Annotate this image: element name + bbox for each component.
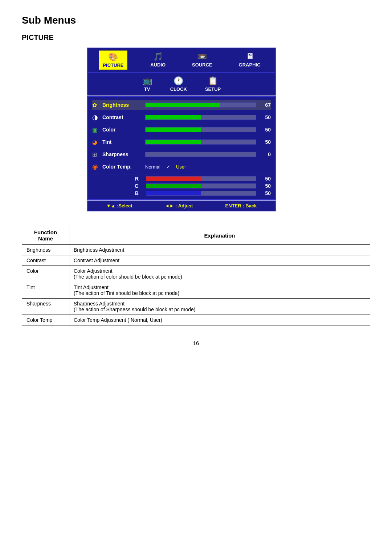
contrast-label: Contrast [102, 114, 142, 120]
tab-audio[interactable]: 🎵 AUDIO [147, 50, 169, 70]
select-hint: ▼▲ :Select [106, 203, 132, 208]
source-icon: 📼 [197, 52, 207, 61]
osd-menu: 🎨 PICTURE 🎵 AUDIO 📼 SOURCE 🖥 GRAPHIC 📺 T… [87, 48, 276, 211]
colortemp-icon [92, 163, 102, 171]
brightness-icon [92, 102, 102, 109]
explanation-cell: Color Temp Adjustment ( Normal, User) [69, 315, 370, 325]
colortemp-options-area: Normal ✓ User [142, 164, 271, 170]
colortemp-options: Normal ✓ User [145, 164, 186, 170]
setting-colortemp: Color Temp. Normal ✓ User [92, 162, 271, 172]
graphic-icon: 🖥 [246, 52, 254, 61]
setting-g: G 50 [92, 183, 271, 189]
section-title: PICTURE [22, 33, 370, 42]
tab-picture-label: PICTURE [103, 62, 123, 68]
b-bar-bg [146, 191, 256, 196]
page-title: Sub Menus [22, 15, 370, 26]
tab-graphic-label: GRAPHIC [239, 62, 261, 68]
g-value: 50 [259, 183, 271, 189]
brightness-bar-bg [145, 102, 256, 108]
g-bar-area [143, 183, 259, 189]
setting-tint: Tint 50 [92, 137, 271, 147]
table-row: TintTint Adjustment(The action of Tint s… [22, 282, 370, 299]
function-name-cell: Color [22, 266, 69, 282]
tv-icon: 📺 [142, 76, 152, 86]
tab-graphic[interactable]: 🖥 GRAPHIC [235, 50, 264, 70]
r-value: 50 [259, 176, 271, 182]
explanation-cell: Tint Adjustment(The action of Tint shoul… [69, 282, 370, 299]
setting-contrast: Contrast 50 [92, 112, 271, 122]
contrast-bar-bg [145, 115, 256, 120]
tab-clock[interactable]: 🕐 CLOCK [167, 75, 191, 93]
back-hint: ENTER : Back [225, 203, 257, 208]
table-row: ContrastContrast Adjustment [22, 255, 370, 266]
setting-color: Color 50 [92, 125, 271, 135]
brightness-value: 67 [259, 102, 271, 108]
function-table: Function Name Explanation BrightnessBrig… [22, 226, 370, 325]
clock-icon: 🕐 [173, 76, 183, 86]
menu-tabs-row1: 🎨 PICTURE 🎵 AUDIO 📼 SOURCE 🖥 GRAPHIC [87, 48, 276, 73]
function-name-cell: Contrast [22, 255, 69, 266]
tint-label: Tint [102, 139, 142, 145]
colortemp-checkmark: ✓ [166, 164, 170, 170]
colortemp-normal[interactable]: Normal [145, 164, 160, 170]
r-bar-fill [146, 177, 201, 181]
picture-icon: 🎨 [108, 52, 118, 62]
tab-source[interactable]: 📼 SOURCE [188, 50, 216, 70]
function-name-cell: Brightness [22, 245, 69, 255]
colortemp-label: Color Temp. [102, 164, 142, 170]
tab-tv[interactable]: 📺 TV [139, 75, 156, 93]
explanation-cell: Sharpness Adjustment(The action of Sharp… [69, 299, 370, 315]
color-bar-area [142, 127, 259, 132]
explanation-cell: Brightness Adjustment [69, 245, 370, 255]
table-row: SharpnessSharpness Adjustment(The action… [22, 299, 370, 315]
color-bar-bg [145, 127, 256, 132]
color-value: 50 [259, 127, 271, 133]
page-number: 16 [22, 340, 370, 346]
colortemp-user[interactable]: User [176, 164, 186, 170]
g-label: G [92, 183, 143, 189]
r-bar-area [143, 176, 259, 181]
explanation-cell: Contrast Adjustment [69, 255, 370, 266]
contrast-value: 50 [259, 114, 271, 120]
contrast-icon [92, 113, 102, 121]
setting-brightness: Brightness 67 [92, 100, 271, 110]
setting-r: R 50 [92, 176, 271, 182]
sharpness-label: Sharpness [102, 151, 142, 157]
g-bar-fill [146, 184, 201, 188]
setup-icon: 📋 [208, 76, 218, 86]
contrast-bar-area [142, 115, 259, 120]
setting-b: B 50 [92, 190, 271, 196]
brightness-bar-area [142, 102, 259, 108]
b-bar-fill [146, 191, 201, 195]
function-name-cell: Sharpness [22, 299, 69, 315]
sharpness-icon [92, 151, 102, 158]
bottom-bar: ▼▲ :Select ◄► : Adjust ENTER : Back [87, 200, 276, 211]
sharpness-bar-bg [145, 152, 256, 157]
tint-bar-fill [146, 140, 201, 144]
setting-sharpness: Sharpness 0 [92, 149, 271, 159]
r-bar-bg [146, 176, 256, 181]
contrast-bar-fill [146, 115, 201, 119]
b-label: B [92, 190, 143, 196]
table-row: BrightnessBrightness Adjustment [22, 245, 370, 255]
brightness-bar-fill [146, 103, 220, 107]
col1-header: Function Name [22, 226, 69, 245]
tab-setup[interactable]: 📋 SETUP [201, 75, 224, 93]
tab-audio-label: AUDIO [150, 62, 166, 68]
explanation-cell: Color Adjustment(The action of color sho… [69, 266, 370, 282]
tint-bar-bg [145, 139, 256, 145]
g-bar-bg [146, 183, 256, 189]
tab-setup-label: SETUP [205, 86, 221, 92]
tab-source-label: SOURCE [192, 62, 212, 68]
color-label: Color [102, 127, 142, 133]
adjust-hint: ◄► : Adjust [165, 203, 193, 208]
table-row: ColorColor Adjustment(The action of colo… [22, 266, 370, 282]
tint-icon [92, 139, 102, 146]
b-bar-area [143, 191, 259, 196]
sharpness-bar-area [142, 152, 259, 157]
settings-panel: Brightness 67 Contrast 50 Color [87, 96, 276, 200]
table-row: Color TempColor Temp Adjustment ( Normal… [22, 315, 370, 325]
function-name-cell: Tint [22, 282, 69, 299]
tab-picture[interactable]: 🎨 PICTURE [99, 50, 127, 70]
color-icon [92, 126, 102, 133]
